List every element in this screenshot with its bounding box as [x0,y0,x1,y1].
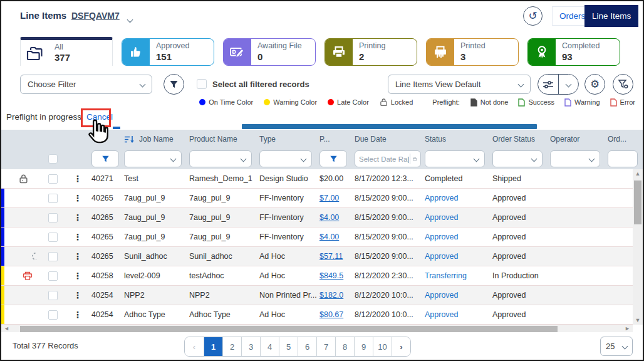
sliders-button[interactable] [538,75,559,94]
row-price[interactable]: $57.11 [319,252,343,261]
price-filter-button[interactable] [319,150,347,167]
row-checkbox[interactable] [48,291,58,300]
cancel-preflight-link[interactable]: Cancel [86,112,113,122]
status-tab-awaiting-file[interactable]: Awaiting File 0 [223,38,316,66]
page-size-select[interactable]: 25 [600,337,633,356]
row-checkbox[interactable] [48,310,58,320]
column-header-price[interactable]: P... [317,135,352,144]
row-menu-button[interactable]: ⋮ [73,291,82,300]
column-header-order[interactable]: Ord... [605,135,643,144]
table-row[interactable]: ⋮ 40254 Adhoc Type Adhoc Type Ad Hoc $80… [1,305,633,325]
row-menu-button[interactable]: ⋮ [73,233,82,242]
choose-filter-select[interactable]: Choose Filter [20,75,152,94]
row-status-indicator [1,305,4,324]
row-menu-button[interactable]: ⋮ [73,271,82,281]
status-tab-all[interactable]: All 377 [20,37,113,66]
view-options-dropdown[interactable] [559,75,579,94]
column-header-due-date[interactable]: Due Date [352,135,422,144]
horizontal-scroll-thumb[interactable] [20,326,558,332]
row-status[interactable]: Approved [425,233,459,241]
status-filter-select[interactable] [425,150,485,167]
pagination-page-1[interactable]: 1 [204,337,222,356]
pagination-page-3[interactable]: 3 [241,337,260,356]
select-all-checkbox[interactable] [197,79,207,89]
row-checkbox[interactable] [48,271,58,281]
row-price[interactable]: $849.5 [319,271,343,280]
row-menu-button[interactable]: ⋮ [73,252,82,261]
row-status[interactable]: Approved [425,252,459,261]
column-header-operator[interactable]: Operator [548,135,605,144]
operator-filter-select[interactable] [550,150,600,167]
row-checkbox[interactable] [48,174,58,184]
row-price[interactable]: $4.00 [319,233,339,241]
header-checkbox[interactable] [48,154,58,164]
row-status[interactable]: Approved [425,213,459,222]
job-name-filter-select[interactable] [124,150,182,167]
sort-icon[interactable] [124,135,135,144]
pagination-page-9[interactable]: 9 [354,337,373,356]
vertical-scroll-thumb[interactable] [634,180,641,224]
line-items-toggle-button[interactable]: Line Items [584,5,638,27]
column-header-status[interactable]: Status [422,135,490,144]
table-row[interactable]: ⋮ 40265 7aug_pul_9 7aug_pul_9 FF-Invento… [1,228,633,247]
pagination-page-10[interactable]: 10 [373,337,392,356]
vertical-scrollbar[interactable]: ▲ ▼ [633,169,643,325]
product-name-filter-select[interactable] [189,150,252,167]
row-checkbox[interactable] [48,233,58,242]
row-checkbox[interactable] [48,213,58,222]
scroll-down-arrow[interactable]: ▼ [633,317,643,323]
pagination-page-2[interactable]: 2 [222,337,241,356]
job-filter-button[interactable] [91,150,119,167]
column-header-job-name[interactable]: Job Name [139,135,174,144]
row-menu-button[interactable]: ⋮ [73,310,82,320]
row-menu-button[interactable]: ⋮ [73,174,82,184]
table-row[interactable]: ⋮ 40258 level2-009 testAdhoc Ad Hoc $849… [1,266,633,286]
status-tab-printed[interactable]: Printed 3 [426,38,519,66]
column-header-product-name[interactable]: Product Name [187,135,257,144]
order-status-filter-select[interactable] [492,150,543,167]
row-status[interactable]: Approved [425,291,459,300]
status-tab-approved[interactable]: Approved 151 [122,38,214,66]
pagination-page-5[interactable]: 5 [279,337,298,356]
filter-settings-button[interactable] [613,74,633,95]
pagination-page-8[interactable]: 8 [335,337,354,356]
row-checkbox[interactable] [48,194,58,203]
table-row[interactable]: ⋮ 40254 NPP2 NPP2 Non Printed Pr... $182… [1,286,633,305]
row-menu-button[interactable]: ⋮ [73,213,82,222]
scroll-up-arrow[interactable]: ▲ [633,170,643,177]
pagination-next-button[interactable]: › [392,337,410,356]
row-status[interactable]: Approved [425,310,459,319]
pagination-page-7[interactable]: 7 [316,337,335,356]
column-header-order-status[interactable]: Order Status [490,135,548,144]
chevron-down-icon[interactable] [128,13,132,24]
settings-button[interactable]: ⚙ [584,74,605,95]
refresh-button[interactable]: ↺ [523,6,543,26]
preflight-progress-dash [113,127,120,129]
scroll-left-arrow[interactable]: ◄ [4,325,9,332]
account-link[interactable]: DSFQAVM7 [71,11,120,21]
scroll-right-arrow[interactable]: ► [625,325,630,332]
row-menu-button[interactable]: ⋮ [73,194,82,203]
row-price[interactable]: $80.67 [319,310,343,319]
type-filter-select[interactable] [259,150,312,167]
order-filter-select[interactable] [608,150,638,167]
row-status[interactable]: Transferring [425,271,467,280]
table-row[interactable]: ⋮ 40265 Sunil_adhoc Sunil_adhoc Ad Hoc $… [1,247,633,266]
table-row[interactable]: ⋮ 40271 Test Ramesh_Demo_1 Design Studio… [1,169,633,189]
column-header-type[interactable]: Type [257,135,317,144]
table-row[interactable]: ⋮ 40265 7aug_pul_9 7aug_pul_9 FF-Invento… [1,208,633,228]
filter-button[interactable] [164,74,184,95]
pagination-page-6[interactable]: 6 [298,337,316,356]
pagination-prev-button[interactable]: ‹ [185,337,204,356]
status-tab-completed[interactable]: Completed 93 [527,38,620,66]
table-row[interactable]: ⋮ 40265 7aug_pul_9 7aug_pul_9 FF-Invento… [1,189,633,208]
status-tab-printing[interactable]: Printing 2 [325,38,417,66]
row-price[interactable]: $7.00 [319,194,339,202]
row-checkbox[interactable] [48,252,58,261]
row-status[interactable]: Approved [425,194,459,202]
row-price[interactable]: $182.0 [319,291,343,300]
pagination-page-4[interactable]: 4 [260,337,279,356]
due-date-filter-input[interactable]: Select Date Ra| [355,150,421,167]
view-select[interactable]: Line Items View Default [388,75,531,94]
row-price[interactable]: $4.00 [319,213,339,222]
